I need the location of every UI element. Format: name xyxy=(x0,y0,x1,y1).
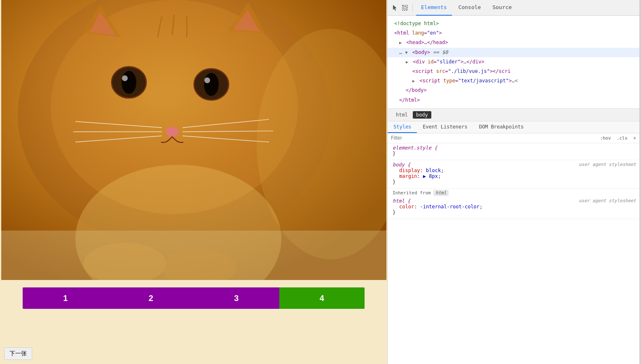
style-block-element: element.style { } xyxy=(388,143,641,160)
filter-input[interactable] xyxy=(391,135,596,141)
tree-body-close[interactable]: </body> xyxy=(388,86,641,95)
nav-item-1[interactable]: 1 xyxy=(23,287,108,309)
style-block-body: body { user agent stylesheet display: bl… xyxy=(388,160,641,189)
tree-script-vue[interactable]: <script src="./lib/vue.js"></scri xyxy=(388,67,641,76)
body-arrow: ▼ xyxy=(405,49,409,56)
tree-body[interactable]: … ▼ <body> == $0 xyxy=(388,48,641,57)
tree-html-close[interactable]: </html> xyxy=(388,96,641,105)
script-js-arrow: ▶ xyxy=(412,78,416,84)
slider-arrow: ▶ xyxy=(406,59,410,65)
filter-add-button[interactable]: + xyxy=(632,135,638,141)
dots: … xyxy=(399,49,402,55)
svg-point-9 xyxy=(204,73,219,96)
tree-div-slider[interactable]: ▶ <div id="slider">…</div> xyxy=(388,57,641,67)
svg-rect-28 xyxy=(404,7,406,9)
inherited-label: Inherited from html xyxy=(388,189,641,196)
style-selector-element: element.style { xyxy=(393,145,636,151)
filter-row: :hov .cls + xyxy=(388,133,641,143)
html-tag: <html lang="en"> xyxy=(394,30,442,36)
body-close-tag: </body> xyxy=(406,87,427,93)
style-prop-margin: margin: ▶ 8px; xyxy=(393,173,636,179)
style-close-body: } xyxy=(393,179,636,185)
styles-panel: Styles Event Listeners DOM Breakpoints :… xyxy=(388,121,641,364)
next-button[interactable]: 下一张 xyxy=(4,348,32,360)
cursor-icon[interactable] xyxy=(391,4,399,12)
cat-svg xyxy=(1,0,386,280)
style-close-html: } xyxy=(393,210,636,215)
html-close-tag: </html> xyxy=(399,97,420,103)
svg-point-5 xyxy=(122,71,136,94)
svg-rect-26 xyxy=(1,231,386,280)
filter-cls-button[interactable]: .cls xyxy=(615,135,629,141)
styles-tabs: Styles Event Listeners DOM Breakpoints xyxy=(388,121,641,133)
breadcrumb-body[interactable]: body xyxy=(413,111,431,119)
svg-point-12 xyxy=(166,127,179,137)
dollar-eq: == $0 xyxy=(433,49,448,55)
style-prop-color: color: -internal-root-color; xyxy=(393,204,636,210)
style-close-element: } xyxy=(393,151,636,156)
inherited-from-tag: html xyxy=(433,190,449,196)
head-tag: <head> xyxy=(406,40,424,45)
style-selector-html-row: html { user agent stylesheet xyxy=(393,198,636,204)
tree-head[interactable]: ▶ <head>…</head> xyxy=(388,38,641,47)
nav-item-3[interactable]: 3 xyxy=(194,287,279,309)
toolbar-separator xyxy=(412,4,413,12)
resize-handle[interactable] xyxy=(639,0,641,364)
styles-tab-styles[interactable]: Styles xyxy=(388,121,417,133)
script-vue-tag: <script src="./lib/vue.js"></scri xyxy=(412,68,510,74)
filter-hov-button[interactable]: :hov xyxy=(598,135,613,141)
styles-tab-event-listeners[interactable]: Event Listeners xyxy=(417,121,473,133)
slider-nav: 1 2 3 4 xyxy=(23,287,365,309)
svg-rect-27 xyxy=(402,5,407,10)
cat-image xyxy=(1,0,386,280)
nav-item-2[interactable]: 2 xyxy=(108,287,194,309)
tab-elements[interactable]: Elements xyxy=(416,0,452,16)
styles-tab-dom-breakpoints[interactable]: DOM Breakpoints xyxy=(473,121,529,133)
devtools-toolbar: Elements Console Source xyxy=(388,0,641,16)
slider-tag: <div id="slider"> xyxy=(413,59,463,65)
body-tag: <body> xyxy=(412,49,430,55)
style-block-html: html { user agent stylesheet color: -int… xyxy=(388,196,641,219)
svg-point-6 xyxy=(122,75,128,81)
box-select-icon[interactable] xyxy=(401,4,409,12)
tree-script-js[interactable]: ▶ <script type="text/javascript">…< xyxy=(388,76,641,86)
html-tree: <!doctype html> <html lang="en"> ▶ <head… xyxy=(388,16,641,109)
nav-item-4[interactable]: 4 xyxy=(279,287,365,309)
style-prop-display: display: block; xyxy=(393,168,636,173)
style-selector-body-row: body { user agent stylesheet xyxy=(393,162,636,168)
breadcrumb: html body xyxy=(388,109,641,121)
doctype-text: <!doctype html> xyxy=(394,21,439,26)
svg-point-10 xyxy=(204,77,210,83)
devtools-panel: Elements Console Source <!doctype html> … xyxy=(387,0,641,364)
head-arrow: ▶ xyxy=(399,40,403,46)
browser-viewport: 1 2 3 4 下一张 xyxy=(0,0,387,364)
tree-html[interactable]: <html lang="en"> xyxy=(388,28,641,38)
tree-doctype[interactable]: <!doctype html> xyxy=(388,19,641,28)
tab-console[interactable]: Console xyxy=(454,0,486,16)
breadcrumb-html[interactable]: html xyxy=(393,111,411,119)
script-js-tag: <script type="text/javascript"> xyxy=(419,78,512,84)
tab-source[interactable]: Source xyxy=(487,0,517,16)
